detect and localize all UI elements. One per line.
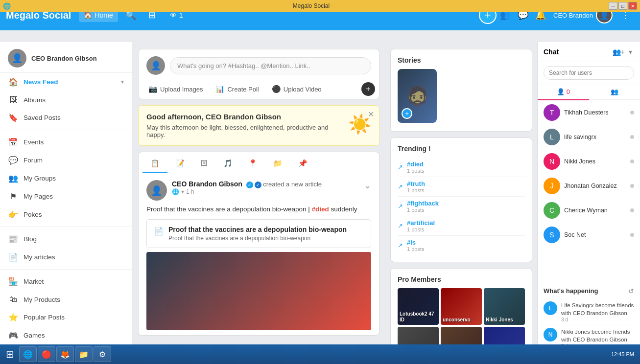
newsfeed-label: News Feed	[24, 78, 58, 86]
chat-tab-friends[interactable]: 👤 0	[538, 84, 589, 100]
tab-text[interactable]: 📝	[167, 155, 192, 173]
composer-avatar: 👤	[146, 56, 165, 75]
popular-label: Popular Posts	[24, 314, 65, 321]
wh-refresh-button[interactable]: ↺	[628, 287, 634, 295]
upload-images-label: Upload Images	[160, 86, 203, 93]
tab-map[interactable]: 📌	[290, 155, 315, 173]
post-author-avatar: 👤	[146, 180, 167, 201]
sidebar-profile[interactable]: 👤 CEO Brandon Gibson	[0, 42, 132, 73]
minimize-button[interactable]: ─	[609, 2, 617, 10]
taskbar-button-1[interactable]: 🌐	[19, 346, 37, 362]
trending-content-3: #fightback 1 posts	[407, 200, 439, 213]
sidebar-item-market[interactable]: 🏪 Market	[0, 273, 132, 291]
sidebar-item-products[interactable]: 🛍 My Products	[0, 291, 132, 308]
sidebar-item-forum[interactable]: 💬 Forum	[0, 151, 132, 169]
window-titlebar: 🌐 Megalo Social ─ □ ✕	[0, 0, 640, 12]
trending-tag-5: #is	[407, 239, 424, 246]
eye-icon: 👁	[170, 11, 177, 19]
tab-location[interactable]: 📍	[240, 155, 265, 173]
taskbar-button-3[interactable]: 🦊	[56, 346, 74, 362]
trending-count-3: 1 posts	[407, 207, 439, 213]
composer-input[interactable]: What's going on? #Hashtag.. @Mention.. L…	[170, 57, 371, 74]
taskbar-button-4[interactable]: 📁	[75, 346, 93, 362]
trending-item-artificial[interactable]: ↗ #artificial 1 posts	[398, 216, 525, 236]
chat-user-3[interactable]: N Nikki Jones	[538, 149, 640, 174]
pro-member-1[interactable]: Lotusbook2 47 ID	[398, 288, 439, 325]
trending-item-truth[interactable]: ↗ #truth 1 posts	[398, 177, 525, 197]
greeting-close-button[interactable]: ✕	[368, 110, 374, 119]
sidebar-profile-avatar: 👤	[8, 49, 26, 68]
chat-user-1[interactable]: T Tikhah Duesters	[538, 100, 640, 125]
start-button[interactable]: ⊞	[2, 347, 18, 361]
post-hashtag[interactable]: #died	[311, 205, 329, 213]
add-chat-button[interactable]: 👥+	[611, 47, 627, 57]
trending-arrow-1: ↗	[398, 163, 403, 171]
groups-icon: 👥	[8, 174, 19, 183]
sidebar-item-albums[interactable]: 🖼 Albums	[0, 91, 132, 109]
trending-item-died[interactable]: ↗ #died 1 posts	[398, 158, 525, 177]
articles-label: My articles	[24, 253, 55, 261]
sidebar-divider-3	[0, 269, 132, 270]
verified-badge-1: ✓	[246, 182, 253, 188]
chat-search-input[interactable]	[544, 66, 634, 80]
window-title-icon: 🌐	[3, 2, 11, 10]
chat-user-4[interactable]: J Jhonatan Gonzalez	[538, 174, 640, 198]
chat-avatar-4: J	[544, 178, 560, 194]
chat-status-5	[630, 208, 634, 212]
upload-video-button[interactable]: ⚫ Upload Video	[266, 81, 328, 97]
post-card: 👤 CEO Brandon Gibson ✓ ✓ created a new a…	[138, 173, 379, 336]
sidebar-item-events[interactable]: 📅 Events	[0, 133, 132, 151]
sidebar-item-groups[interactable]: 👥 My Groups	[0, 169, 132, 187]
taskbar-button-5[interactable]: ⚙	[94, 346, 111, 362]
market-label: Market	[24, 278, 44, 285]
composer-more-button[interactable]: +	[361, 82, 375, 96]
chat-user-5[interactable]: C Cherice Wyman	[538, 198, 640, 223]
document-icon: 📄	[154, 227, 164, 236]
products-icon: 🛍	[8, 295, 19, 304]
window-controls: ─ □ ✕	[609, 2, 637, 10]
chat-tab-groups[interactable]: 👥	[589, 84, 640, 99]
chat-user-6[interactable]: S Soc Net	[538, 223, 640, 247]
pro-member-2[interactable]: unconservo	[441, 288, 482, 325]
chat-avatar-1: T	[544, 104, 560, 121]
wh-content-1: Life Savingrx become friends with CEO Br…	[561, 301, 634, 322]
trending-item-fightback[interactable]: ↗ #fightback 1 posts	[398, 197, 525, 216]
post-time-value: 1 h	[186, 188, 194, 195]
tab-images[interactable]: 🖼	[192, 155, 215, 173]
tab-files[interactable]: 📁	[265, 155, 290, 173]
create-poll-button[interactable]: 📊 Create Poll	[210, 81, 264, 97]
poll-icon: 📊	[215, 85, 225, 93]
story-add-button[interactable]: +	[402, 108, 412, 119]
chat-username-5: Cherice Wyman	[564, 207, 626, 214]
blog-icon: 📰	[8, 234, 19, 244]
maximize-button[interactable]: □	[618, 2, 627, 10]
albums-label: Albums	[24, 96, 46, 104]
sidebar-item-popular[interactable]: ⭐ Popular Posts	[0, 308, 132, 326]
story-item[interactable]: 🧔 +	[398, 69, 525, 124]
events-label: Events	[24, 138, 44, 146]
sidebar-item-games[interactable]: 🎮 Games	[0, 326, 132, 344]
taskbar-button-2[interactable]: 🔴	[38, 346, 55, 362]
trending-item-is[interactable]: ↗ #is 1 posts	[398, 236, 525, 255]
post-link-preview[interactable]: 📄 Proof that the vaccines are a depopula…	[146, 219, 371, 248]
collapse-chat-button[interactable]: ▾	[627, 47, 634, 57]
sidebar: 👤 CEO Brandon Gibson 🏠 News Feed ▾ 🖼 Alb…	[0, 42, 132, 364]
tab-posts[interactable]: 📋	[142, 155, 167, 173]
sidebar-item-saved[interactable]: 🔖 Saved Posts	[0, 109, 132, 127]
pro-member-bg-1: Lotusbook2 47 ID	[398, 288, 439, 325]
home-label: Home	[95, 11, 113, 19]
sidebar-item-articles[interactable]: 📄 My articles	[0, 248, 132, 266]
sidebar-item-blog[interactable]: 📰 Blog	[0, 230, 132, 248]
friend-icon: 👤	[557, 88, 565, 95]
tab-music[interactable]: 🎵	[215, 155, 240, 173]
sidebar-item-pages[interactable]: ⚑ My Pages	[0, 187, 132, 205]
trending-title: Trending !	[398, 145, 525, 153]
chat-user-2[interactable]: L life savingrx	[538, 125, 640, 149]
sidebar-item-newsfeed[interactable]: 🏠 News Feed ▾	[0, 73, 132, 91]
upload-images-button[interactable]: 📷 Upload Images	[142, 81, 209, 97]
close-button[interactable]: ✕	[628, 2, 637, 10]
stories-card: Stories 🧔 +	[390, 49, 532, 132]
pro-member-3[interactable]: Nikki Jones	[484, 288, 525, 325]
sidebar-item-pokes[interactable]: 👉 Pokes	[0, 205, 132, 224]
post-options-button[interactable]: ⌄	[364, 180, 371, 191]
